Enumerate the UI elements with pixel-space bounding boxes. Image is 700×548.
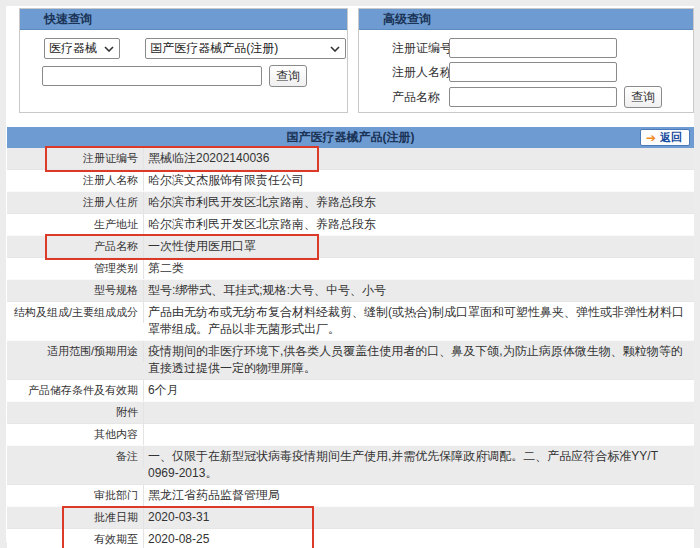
row-value: 黑龙江省药品监督管理局 <box>144 485 694 506</box>
detail-section: 国产医疗器械产品(注册) ➔ 返回 注册证编号 黑械临注20202140036 … <box>7 127 694 548</box>
row-value: 6个月 <box>144 380 694 401</box>
query-panels: 快速查询 医疗器械 国产医疗器械产品(注册) 查询 <box>19 8 694 113</box>
row-label: 批准日期 <box>7 507 144 528</box>
quick-search-button[interactable]: 查询 <box>269 65 307 87</box>
row-label: 注册人住所 <box>7 192 144 213</box>
row-value: 哈尔滨文杰服饰有限责任公司 <box>144 170 694 191</box>
detail-title: 国产医疗器械产品(注册) <box>287 130 415 144</box>
table-row: 有效期至 2020-08-25 <box>7 529 694 548</box>
row-label: 注册人名称 <box>7 170 144 191</box>
row-value: 2020-08-25 <box>144 529 694 548</box>
registration-number-input[interactable] <box>449 38 617 58</box>
advanced-query-panel: 高级查询 注册证编号 注册人名称 产品名称 查询 <box>358 8 694 113</box>
product-name-label: 产品名称 <box>392 89 449 106</box>
table-row: 其他内容 <box>7 424 694 446</box>
table-row: 注册人名称 哈尔滨文杰服饰有限责任公司 <box>7 170 694 192</box>
table-row: 产品储存条件及有效期 6个月 <box>7 380 694 402</box>
row-value: 一、仅限于在新型冠状病毒疫情期间生产使用,并需优先保障政府调配。二、产品应符合标… <box>144 446 694 484</box>
registrant-name-input[interactable] <box>449 62 617 82</box>
row-value: 哈尔滨市利民开发区北京路南、养路总段东 <box>144 192 694 213</box>
category-select[interactable]: 医疗器械 <box>44 38 120 59</box>
row-label: 审批部门 <box>7 485 144 506</box>
row-value: 产品由无纺布或无纺布复合材料经裁剪、缝制(或热合)制成口罩面和可塑性鼻夹、弹性或… <box>144 302 694 340</box>
type-select-value: 国产医疗器械产品(注册) <box>150 40 278 57</box>
chevron-down-icon <box>104 46 114 52</box>
row-label: 管理类别 <box>7 258 144 279</box>
table-row: 产品名称 一次性使用医用口罩 <box>7 236 694 258</box>
row-value: 黑械临注20202140036 <box>144 148 694 169</box>
table-row: 批准日期 2020-03-31 <box>7 507 694 529</box>
quick-query-title: 快速查询 <box>20 9 347 30</box>
product-name-input[interactable] <box>449 87 617 107</box>
back-button[interactable]: ➔ 返回 <box>640 129 690 146</box>
row-value: 疫情期间的非医疗环境下,供各类人员覆盖住使用者的口、鼻及下颌,为防止病原体微生物… <box>144 341 694 379</box>
row-label: 结构及组成/主要组成成分 <box>7 302 144 323</box>
row-label: 型号规格 <box>7 280 144 301</box>
table-row: 备注 一、仅限于在新型冠状病毒疫情期间生产使用,并需优先保障政府调配。二、产品应… <box>7 446 694 485</box>
table-row: 管理类别 第二类 <box>7 258 694 280</box>
back-arrow-icon: ➔ <box>646 132 656 144</box>
row-value: 型号:绑带式、耳挂式;规格:大号、中号、小号 <box>144 280 694 301</box>
table-row: 附件 <box>7 402 694 424</box>
row-label: 生产地址 <box>7 214 144 235</box>
quick-keyword-input[interactable] <box>42 66 262 86</box>
row-value: 一次性使用医用口罩 <box>144 236 694 257</box>
advanced-search-button[interactable]: 查询 <box>624 86 662 108</box>
row-label: 有效期至 <box>7 529 144 548</box>
page: 快速查询 医疗器械 国产医疗器械产品(注册) 查询 <box>6 6 694 542</box>
row-label: 其他内容 <box>7 424 144 445</box>
row-value: 哈尔滨市利民开发区北京路南、养路总段东 <box>144 214 694 235</box>
table-row: 审批部门 黑龙江省药品监督管理局 <box>7 485 694 507</box>
table-row: 结构及组成/主要组成成分 产品由无纺布或无纺布复合材料经裁剪、缝制(或热合)制成… <box>7 302 694 341</box>
table-row: 注册人住所 哈尔滨市利民开发区北京路南、养路总段东 <box>7 192 694 214</box>
quick-query-panel: 快速查询 医疗器械 国产医疗器械产品(注册) 查询 <box>19 8 348 113</box>
category-select-value: 医疗器械 <box>49 40 97 57</box>
chevron-down-icon <box>330 46 340 52</box>
table-row: 生产地址 哈尔滨市利民开发区北京路南、养路总段东 <box>7 214 694 236</box>
registrant-name-label: 注册人名称 <box>392 64 449 81</box>
row-label: 产品名称 <box>7 236 144 257</box>
registration-number-label: 注册证编号 <box>392 40 449 57</box>
back-button-label: 返回 <box>660 130 682 145</box>
row-label: 适用范围/预期用途 <box>7 341 144 362</box>
row-value: 第二类 <box>144 258 694 279</box>
row-label: 注册证编号 <box>7 148 144 169</box>
row-value <box>144 402 694 423</box>
table-row: 型号规格 型号:绑带式、耳挂式;规格:大号、中号、小号 <box>7 280 694 302</box>
table-row: 适用范围/预期用途 疫情期间的非医疗环境下,供各类人员覆盖住使用者的口、鼻及下颌… <box>7 341 694 380</box>
row-label: 备注 <box>7 446 144 467</box>
type-select[interactable]: 国产医疗器械产品(注册) <box>145 38 346 59</box>
row-label: 附件 <box>7 402 144 423</box>
row-label: 产品储存条件及有效期 <box>7 380 144 401</box>
detail-rows: 注册证编号 黑械临注20202140036 注册人名称 哈尔滨文杰服饰有限责任公… <box>7 148 694 548</box>
detail-header: 国产医疗器械产品(注册) ➔ 返回 <box>7 127 694 148</box>
row-value: 2020-03-31 <box>144 507 694 528</box>
row-value <box>144 424 694 445</box>
advanced-query-title: 高级查询 <box>359 9 693 30</box>
table-row: 注册证编号 黑械临注20202140036 <box>7 148 694 170</box>
